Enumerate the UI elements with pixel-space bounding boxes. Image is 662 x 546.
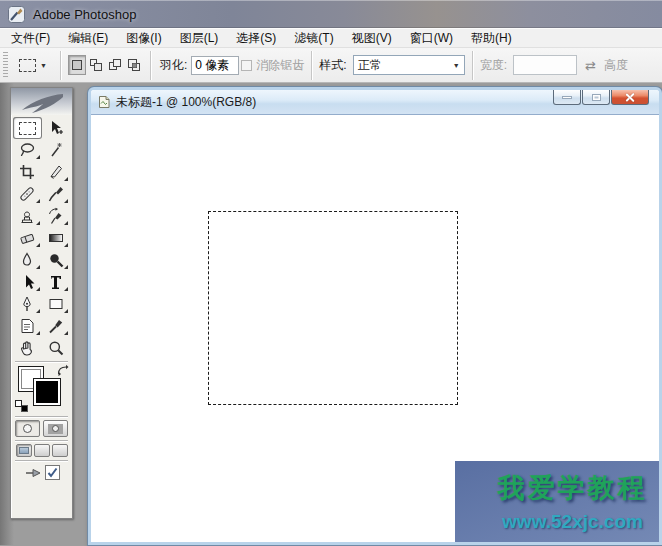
slice-icon <box>47 163 65 181</box>
app-titlebar[interactable]: Adobe Photoshop <box>0 0 662 28</box>
menu-item-image[interactable]: 图像(I) <box>117 28 170 49</box>
style-label: 样式: <box>319 57 346 74</box>
marquee-selection <box>208 211 458 405</box>
toolbox-palette <box>10 87 73 519</box>
menu-item-file[interactable]: 文件(F) <box>2 28 59 49</box>
tool-eyedropper[interactable] <box>42 315 71 337</box>
pen-icon <box>18 295 36 313</box>
close-button[interactable] <box>611 90 649 105</box>
app-title: Adobe Photoshop <box>33 7 136 22</box>
tool-magic-wand[interactable] <box>42 139 71 161</box>
divider <box>311 51 312 80</box>
default-colors-icon[interactable] <box>15 400 28 412</box>
menu-item-help[interactable]: 帮助(H) <box>462 28 521 49</box>
minimize-button[interactable] <box>553 90 581 105</box>
fullscreen-menu-button[interactable] <box>34 444 50 457</box>
screen-mode-buttons <box>11 444 72 457</box>
workspace: 未标题-1 @ 100%(RGB/8) 我爱学教程 www.52xjc.com <box>0 83 662 545</box>
tool-history-brush[interactable] <box>42 205 71 227</box>
tool-healing-brush[interactable] <box>13 183 42 205</box>
dodge-icon <box>47 251 65 269</box>
watermark-title: 我爱学教程 <box>455 470 659 506</box>
feather-icon <box>17 91 67 113</box>
standard-screen-icon <box>19 447 29 454</box>
adobe-feather-logo[interactable] <box>11 88 72 115</box>
tool-slice[interactable] <box>42 161 71 183</box>
clone-stamp-icon <box>18 207 36 225</box>
tool-eraser[interactable] <box>13 227 42 249</box>
tool-type[interactable] <box>42 271 71 293</box>
menu-item-layer[interactable]: 图层(L) <box>171 28 228 49</box>
divider <box>15 361 68 362</box>
tool-notes[interactable] <box>13 315 42 337</box>
swap-colors-icon[interactable] <box>56 364 69 376</box>
intersect-selection-button[interactable] <box>125 55 143 75</box>
tool-dodge[interactable] <box>42 249 71 271</box>
crop-icon <box>18 163 36 181</box>
divider <box>150 51 151 80</box>
watermark-url: www.52xjc.com <box>455 511 659 533</box>
close-icon <box>625 92 635 102</box>
photoshop-window: Adobe Photoshop 文件(F) 编辑(E) 图像(I) 图层(L) … <box>0 0 662 546</box>
tool-gradient[interactable] <box>42 227 71 249</box>
tool-preset-button[interactable]: ▼ <box>13 56 53 75</box>
tool-clone-stamp[interactable] <box>13 205 42 227</box>
width-input <box>513 55 577 75</box>
divider <box>472 51 473 80</box>
quick-mask-mode-button[interactable] <box>43 420 68 437</box>
tool-blur[interactable] <box>13 249 42 271</box>
divider <box>15 440 68 441</box>
feather-label: 羽化: <box>160 57 187 74</box>
tool-hand[interactable] <box>13 337 42 359</box>
tool-rectangular-marquee[interactable] <box>13 117 42 139</box>
feather-input[interactable] <box>191 56 239 75</box>
tool-pen[interactable] <box>13 293 42 315</box>
style-dropdown[interactable]: 正常 ▼ <box>353 55 465 75</box>
tool-lasso[interactable] <box>13 139 42 161</box>
restore-icon <box>592 94 601 101</box>
tool-brush[interactable] <box>42 183 71 205</box>
tool-crop[interactable] <box>13 161 42 183</box>
new-selection-button[interactable] <box>68 55 86 75</box>
menu-item-select[interactable]: 选择(S) <box>227 28 285 49</box>
jump-to-imageready-button[interactable] <box>11 465 72 480</box>
selection-mode-buttons <box>68 55 143 75</box>
photoshop-app-icon <box>8 6 25 23</box>
fullscreen-button[interactable] <box>52 444 68 457</box>
add-to-selection-icon <box>89 58 103 72</box>
tool-rectangle-shape[interactable] <box>42 293 71 315</box>
divider <box>15 460 68 461</box>
options-bar-grip[interactable] <box>3 52 8 78</box>
rectangle-shape-icon <box>47 295 65 313</box>
rectangular-marquee-icon <box>19 59 36 72</box>
tool-move[interactable] <box>42 117 71 139</box>
subtract-from-selection-button[interactable] <box>106 55 124 75</box>
background-color-swatch[interactable] <box>34 379 60 405</box>
chevron-down-icon: ▼ <box>40 62 47 69</box>
standard-screen-button[interactable] <box>16 444 32 457</box>
style-value: 正常 <box>358 57 453 74</box>
magic-wand-icon <box>47 141 65 159</box>
restore-button[interactable] <box>582 90 610 105</box>
tool-zoom[interactable] <box>42 337 71 359</box>
move-icon <box>47 119 65 137</box>
healing-brush-icon <box>18 185 36 203</box>
menu-item-view[interactable]: 视图(V) <box>343 28 401 49</box>
rectangular-marquee-icon <box>19 122 36 135</box>
notes-icon <box>18 317 36 335</box>
tool-path-selection[interactable] <box>13 271 42 293</box>
imageready-app-icon <box>45 465 60 480</box>
subtract-from-selection-icon <box>108 58 122 72</box>
menu-item-filter[interactable]: 滤镜(T) <box>285 28 342 49</box>
menu-item-window[interactable]: 窗口(W) <box>401 28 462 49</box>
history-brush-icon <box>47 207 65 225</box>
add-to-selection-button[interactable] <box>87 55 105 75</box>
document-title: 未标题-1 @ 100%(RGB/8) <box>116 94 256 111</box>
document-canvas[interactable]: 我爱学教程 www.52xjc.com <box>91 115 659 542</box>
menu-item-edit[interactable]: 编辑(E) <box>59 28 117 49</box>
zoom-icon <box>47 339 65 357</box>
lasso-icon <box>18 141 36 159</box>
intersect-selection-icon <box>127 58 141 72</box>
tool-options-bar: ▼ <box>0 48 662 83</box>
standard-mode-button[interactable] <box>15 420 40 437</box>
